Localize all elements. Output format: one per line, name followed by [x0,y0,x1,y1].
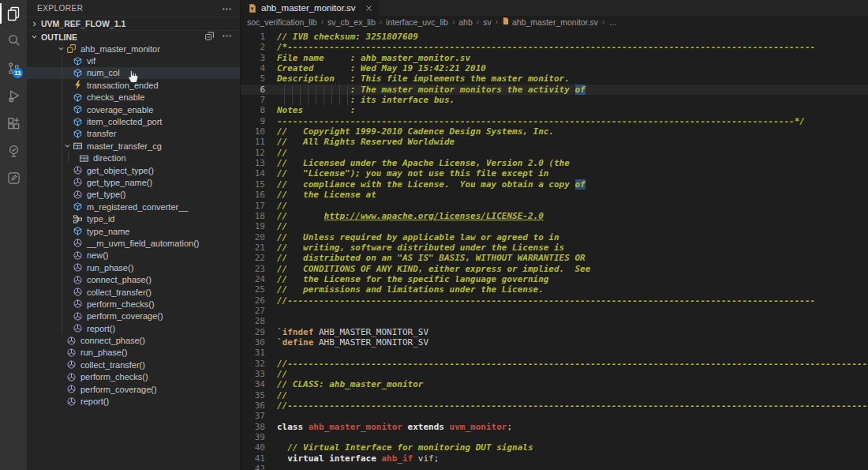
outline-item-collect_transfer[interactable]: collect_transfer() [27,286,240,298]
code-line-42[interactable]: 42 [241,464,868,470]
line-number[interactable]: 40 [241,442,265,453]
line-number[interactable]: 29 [241,327,265,337]
code-line-6[interactable]: 6 : The master monitor monitors the acti… [241,85,868,95]
line-number[interactable]: 22 [241,253,265,263]
line-number[interactable]: 20 [241,232,265,243]
line-number[interactable]: 24 [241,274,265,284]
outline-item-run_phase[interactable]: run_phase() [27,261,240,273]
code-line-19[interactable]: 19// [241,221,868,231]
outline-item-collect_transfer[interactable]: collect_transfer() [27,359,240,370]
code-line-4[interactable]: 4Created : Wed May 19 15:42:21 2010 [241,63,868,73]
line-number[interactable]: 36 [241,400,265,411]
breadcrumb-item[interactable]: interface_uvc_lib [386,17,448,27]
chevron-down-icon[interactable] [64,142,73,149]
outline-item-vif[interactable]: vif [27,55,240,66]
code-line-30[interactable]: 30`define AHB_MASTER_MONITOR_SV [241,337,868,348]
code-line-13[interactable]: 13// Licensed under the Apache License, … [241,158,868,168]
outline-item-perform_coverage[interactable]: perform_coverage() [27,383,240,395]
code-line-25[interactable]: 25// permissions and limitations under t… [241,284,868,295]
code-line-9[interactable]: 9---------------------------------------… [241,116,868,126]
explorer-icon[interactable] [0,0,27,27]
line-number[interactable]: 35 [241,390,265,400]
line-number[interactable]: 16 [241,190,265,200]
outline-item-get_type[interactable]: get_type() [27,189,240,201]
outline-item-ahb_master_monitor[interactable]: ahb_master_monitor [27,43,240,55]
code-editor[interactable]: 1// IVB checksum: 32518076092/*---------… [241,32,868,470]
line-number[interactable]: 6 [241,85,265,95]
source-control-icon[interactable] [0,55,27,81]
code-line-11[interactable]: 11// All Rights Reserved Worldwide [241,137,868,147]
outline-item-master_transfer_cg[interactable]: master_transfer_cg [27,140,240,152]
outline-item-report[interactable]: report() [27,395,240,407]
code-line-26[interactable]: 26//------------------------------------… [241,295,868,306]
line-number[interactable]: 34 [241,379,265,389]
outline-item-__m_uvm_field_automation[interactable]: __m_uvm_field_automation() [27,237,240,249]
code-line-10[interactable]: 10// Copyright 1999-2010 Cadence Design … [241,126,868,137]
code-line-35[interactable]: 35// [241,390,868,400]
line-number[interactable]: 11 [241,137,265,147]
line-number[interactable]: 12 [241,148,265,158]
code-line-34[interactable]: 34// CLASS: ahb_master_monitor [241,379,868,389]
code-line-39[interactable]: 39 [241,432,868,442]
breadcrumb-item[interactable]: ahb [458,17,473,27]
code-line-3[interactable]: 3File name : ahb_master_monitor.sv [241,53,868,63]
outline-item-new[interactable]: new() [27,250,240,261]
breadcrumb-item[interactable]: soc_verification_lib [247,17,317,27]
line-number[interactable]: 37 [241,411,265,421]
section-uvm-ref-flow[interactable]: UVM_REF_FLOW_1.1 [27,17,240,30]
line-number[interactable]: 19 [241,221,265,231]
code-line-40[interactable]: 40 // Virtual Interface for monitoring D… [241,442,868,453]
code-line-36[interactable]: 36//------------------------------------… [241,400,868,411]
code-line-33[interactable]: 33// [241,369,868,379]
line-number[interactable]: 14 [241,168,265,179]
code-line-31[interactable]: 31 [241,348,868,358]
outline-item-coverage_enable[interactable]: coverage_enable [27,103,240,115]
breadcrumb-item[interactable]: … [608,17,617,27]
line-number[interactable]: 1 [241,32,265,42]
line-number[interactable]: 5 [241,73,265,84]
code-line-24[interactable]: 24// the License for the specific langua… [241,274,868,284]
outline-item-get_type_name[interactable]: get_type_name() [27,176,240,188]
code-line-16[interactable]: 16// the License at [241,190,868,200]
line-number[interactable]: 9 [241,116,265,126]
outline-item-connect_phase[interactable]: connect_phase() [27,273,240,285]
line-number[interactable]: 18 [241,211,265,221]
line-number[interactable]: 33 [241,369,265,379]
code-line-1[interactable]: 1// IVB checksum: 3251807609 [241,32,868,42]
line-number[interactable]: 41 [241,453,265,464]
code-line-5[interactable]: 5Description : This file implements the … [241,73,868,84]
outline-item-item_collected_port[interactable]: item_collected_port [27,115,240,127]
outline-item-perform_coverage[interactable]: perform_coverage() [27,310,240,322]
outline-item-connect_phase[interactable]: connect_phase() [27,334,240,346]
line-number[interactable]: 26 [241,295,265,306]
code-line-17[interactable]: 17// [241,201,868,211]
line-number[interactable]: 30 [241,337,265,348]
outline-more-actions-icon[interactable] [222,31,232,43]
outline-item-report[interactable]: report() [27,322,240,334]
code-line-7[interactable]: 7 : its interface bus. [241,95,868,105]
outline-item-m_registered_converter__[interactable]: m_registered_converter__ [27,201,240,212]
code-line-38[interactable]: 38class ahb_master_monitor extends uvm_m… [241,422,868,432]
outline-item-perform_checks[interactable]: perform_checks() [27,371,240,383]
outline-item-type_id[interactable]: type_id [27,212,240,224]
line-number[interactable]: 38 [241,422,265,432]
run-debug-icon[interactable] [0,82,27,109]
chevron-down-icon[interactable] [58,45,66,52]
line-number[interactable]: 23 [241,264,265,274]
code-line-12[interactable]: 12// [241,148,868,158]
breadcrumb-item[interactable]: ahb_master_monitor.sv [502,17,598,27]
notebook-icon[interactable] [0,164,27,191]
line-number[interactable]: 13 [241,158,265,168]
outline-item-transfer[interactable]: transfer [27,128,240,140]
line-number[interactable]: 32 [241,359,265,369]
breadcrumb-item[interactable]: sv [483,17,492,27]
code-line-20[interactable]: 20// Unless required by applicable law o… [241,232,868,243]
line-number[interactable]: 8 [241,105,265,115]
section-outline[interactable]: OUTLINE [27,30,240,43]
code-line-23[interactable]: 23// CONDITIONS OF ANY KIND, either expr… [241,264,868,274]
line-number[interactable]: 42 [241,464,265,470]
breadcrumb-item[interactable]: sv_cb_ex_lib [327,17,376,27]
code-line-41[interactable]: 41 virtual interface ahb_if vif; [241,453,868,464]
code-line-18[interactable]: 18// http://www.apache.org/licenses/LICE… [241,211,868,221]
outline-item-direction[interactable]: direction [27,152,240,164]
